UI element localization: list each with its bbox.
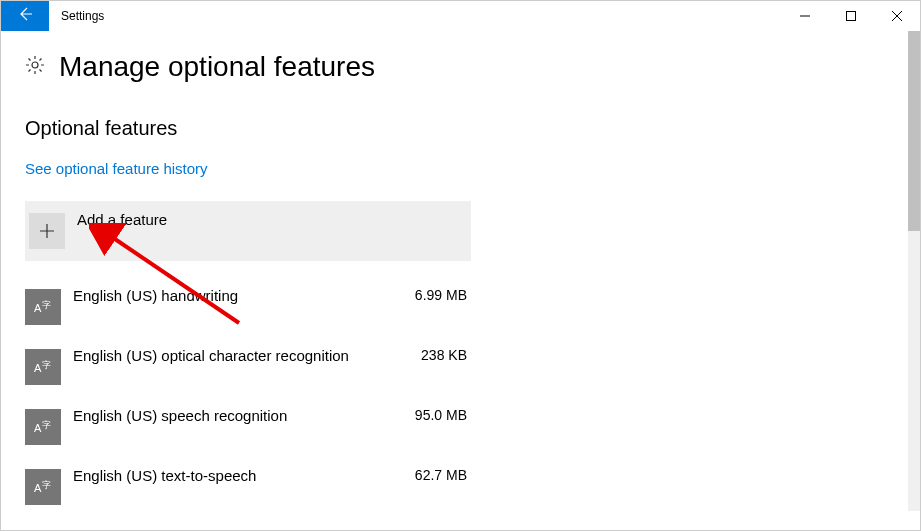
feature-row[interactable]: A字 English (US) text-to-speech 62.7 MB — [25, 457, 471, 517]
add-feature-row[interactable]: Add a feature — [25, 201, 471, 261]
svg-text:A: A — [34, 302, 42, 314]
content-area: Manage optional features Optional featur… — [1, 31, 920, 517]
minimize-button[interactable] — [782, 1, 828, 31]
language-icon: A字 — [25, 289, 61, 325]
window-title: Settings — [49, 1, 782, 31]
feature-size: 238 KB — [421, 347, 471, 363]
feature-size: 95.0 MB — [415, 407, 471, 423]
svg-point-2 — [32, 62, 38, 68]
back-button[interactable] — [1, 1, 49, 31]
feature-row[interactable]: A字 English (US) handwriting 6.99 MB — [25, 277, 471, 337]
svg-text:字: 字 — [42, 360, 51, 370]
gear-icon — [25, 55, 45, 79]
titlebar: Settings — [1, 1, 920, 31]
scrollbar-thumb[interactable] — [908, 31, 920, 231]
history-link[interactable]: See optional feature history — [25, 160, 208, 177]
maximize-button[interactable] — [828, 1, 874, 31]
feature-name: English (US) optical character recogniti… — [73, 347, 421, 364]
page-header: Manage optional features — [25, 51, 896, 83]
svg-text:字: 字 — [42, 420, 51, 430]
svg-text:字: 字 — [42, 480, 51, 490]
svg-text:A: A — [34, 362, 42, 374]
close-button[interactable] — [874, 1, 920, 31]
section-title: Optional features — [25, 117, 896, 140]
add-feature-label: Add a feature — [77, 211, 167, 228]
feature-row[interactable]: A字 English (US) optical character recogn… — [25, 337, 471, 397]
language-icon: A字 — [25, 409, 61, 445]
svg-text:字: 字 — [42, 300, 51, 310]
plus-icon — [29, 213, 65, 249]
feature-list: Add a feature A字 English (US) handwritin… — [25, 201, 471, 517]
arrow-left-icon — [17, 6, 33, 26]
language-icon: A字 — [25, 469, 61, 505]
feature-size: 6.99 MB — [415, 287, 471, 303]
svg-text:A: A — [34, 482, 42, 494]
feature-size: 62.7 MB — [415, 467, 471, 483]
feature-name: English (US) handwriting — [73, 287, 415, 304]
window-controls — [782, 1, 920, 31]
feature-name: English (US) text-to-speech — [73, 467, 415, 484]
scrollbar[interactable] — [908, 31, 920, 511]
page-title: Manage optional features — [59, 51, 375, 83]
feature-name: English (US) speech recognition — [73, 407, 415, 424]
language-icon: A字 — [25, 349, 61, 385]
svg-rect-1 — [847, 12, 856, 21]
svg-text:A: A — [34, 422, 42, 434]
feature-row[interactable]: A字 English (US) speech recognition 95.0 … — [25, 397, 471, 457]
